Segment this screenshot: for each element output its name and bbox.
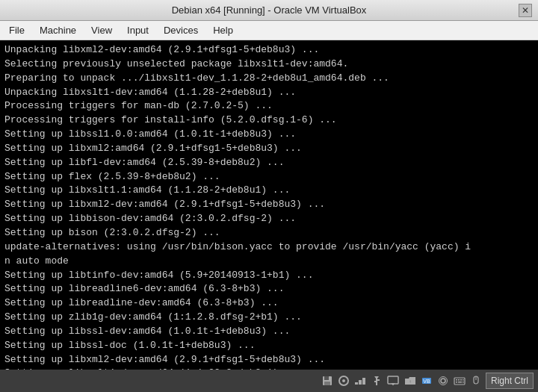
svg-point-18 <box>441 379 445 383</box>
floppy-icon[interactable] <box>320 373 335 388</box>
svg-rect-2 <box>324 382 330 385</box>
menu-file[interactable]: File <box>3 23 31 37</box>
svg-rect-11 <box>377 379 380 381</box>
cd-icon[interactable] <box>336 373 351 388</box>
svg-rect-24 <box>463 379 464 381</box>
svg-rect-1 <box>324 376 329 380</box>
menu-machine[interactable]: Machine <box>34 23 82 37</box>
svg-rect-22 <box>458 379 460 381</box>
svg-rect-26 <box>458 382 462 383</box>
network-icon[interactable] <box>353 373 368 388</box>
svg-rect-5 <box>355 382 358 385</box>
menu-view[interactable]: View <box>85 23 118 37</box>
status-icons-2: ↑ VB <box>403 373 483 388</box>
mouse-icon[interactable] <box>469 373 483 388</box>
svg-text:↑: ↑ <box>409 379 412 385</box>
svg-marker-9 <box>374 376 379 379</box>
svg-rect-10 <box>374 381 377 382</box>
svg-text:VB: VB <box>423 379 430 384</box>
menu-input[interactable]: Input <box>121 23 155 37</box>
window-title: Debian x64 [Running] - Oracle VM Virtual… <box>19 4 519 16</box>
svg-rect-21 <box>456 379 457 381</box>
svg-rect-23 <box>460 379 462 381</box>
menu-bar: File Machine View Input Devices Help <box>0 21 538 40</box>
right-ctrl-button[interactable]: Right Ctrl <box>486 373 534 389</box>
close-button[interactable]: ✕ <box>519 4 532 17</box>
settings-icon[interactable] <box>436 373 451 388</box>
svg-rect-20 <box>454 378 465 385</box>
svg-point-4 <box>342 379 345 382</box>
title-bar: Debian x64 [Running] - Oracle VM Virtual… <box>0 0 538 21</box>
svg-rect-27 <box>463 382 464 383</box>
keyboard-icon[interactable] <box>452 373 467 388</box>
display-icon[interactable] <box>386 373 401 388</box>
svg-rect-7 <box>362 378 365 385</box>
usb-icon[interactable] <box>369 373 384 388</box>
svg-rect-6 <box>359 380 362 385</box>
shared-folder-icon[interactable]: ↑ <box>403 373 418 388</box>
svg-point-19 <box>439 377 447 385</box>
terminal-output[interactable]: Unpacking libxml2-dev:amd64 (2.9.1+dfsg1… <box>0 40 538 370</box>
menu-devices[interactable]: Devices <box>158 23 204 37</box>
menu-help[interactable]: Help <box>207 23 239 37</box>
svg-rect-12 <box>388 376 398 384</box>
status-icons <box>320 373 401 388</box>
status-bar: ↑ VB <box>0 370 538 392</box>
svg-rect-25 <box>456 382 457 383</box>
vbox-icon[interactable]: VB <box>419 373 434 388</box>
